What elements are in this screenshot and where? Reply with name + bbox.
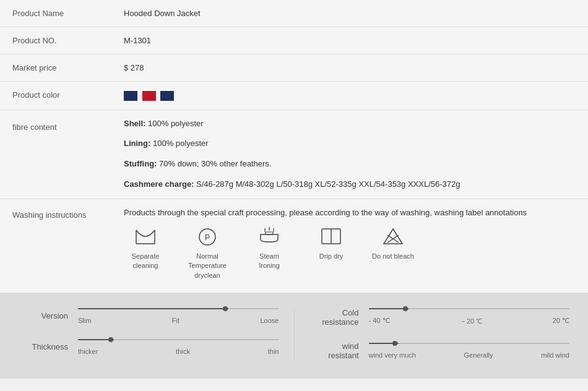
thickness-indicator: [108, 337, 113, 342]
product-name-value: Hooded Down Jacket: [111, 0, 588, 27]
product-no-value: M-1301: [111, 27, 588, 54]
fibre-content-values: Shell: 100% polyester Lining: 100% polye…: [111, 110, 588, 199]
product-table: Product Name Hooded Down Jacket Product …: [0, 0, 588, 293]
version-track-labels: Slim Fit Loose: [78, 317, 279, 324]
normaltemp-label: Normal Temperaturedryclean: [186, 252, 229, 280]
normaltemp-icon: P: [195, 226, 220, 248]
left-sliders: Version Slim Fit Loose Thickness: [19, 308, 279, 360]
fibre-stuffing-bold: Stuffing:: [124, 159, 157, 168]
cold-label-high: 20 ℃: [553, 317, 569, 326]
thickness-label-thick: thick: [176, 348, 190, 355]
separate-icon: [133, 226, 158, 248]
thickness-track: [78, 339, 279, 340]
version-label-slim: Slim: [78, 317, 91, 324]
product-no-label: Product NO.: [0, 27, 111, 54]
color-swatch-navy: [124, 91, 137, 101]
thickness-label-thin: thin: [268, 348, 279, 355]
market-price-value: $ 278: [111, 54, 588, 82]
market-price-label: Market price: [0, 54, 111, 82]
product-name-row: Product Name Hooded Down Jacket: [0, 0, 588, 27]
washing-instructions-content: Products through the special craft proce…: [111, 199, 588, 293]
cold-track-container: - 40 ℃ －20 ℃ 20 ℃: [369, 308, 570, 326]
vertical-divider: [294, 308, 295, 360]
wind-label: wind resistant: [309, 342, 359, 360]
product-color-row: Product color: [0, 82, 588, 110]
product-no-row: Product NO. M-1301: [0, 27, 588, 54]
fibre-cashmere-value: S/46-287g M/48-302g L/50-318g XL/52-335g…: [194, 179, 460, 189]
wind-track: [369, 343, 570, 344]
wind-label-strong: wind very much: [369, 351, 416, 359]
right-sliders: Cold resistance - 40 ℃ －20 ℃ 20 ℃ wind r…: [309, 308, 570, 360]
wind-indicator: [392, 341, 397, 346]
thickness-label-thicker: thicker: [78, 348, 98, 355]
dripdry-icon: [319, 226, 344, 248]
version-label-loose: Loose: [261, 317, 279, 324]
steam-icon: [257, 226, 282, 248]
version-indicator: [223, 306, 228, 311]
svg-text:P: P: [205, 233, 210, 242]
fibre-content-label: fibre content: [0, 110, 111, 199]
wash-separate: Separatecleaning: [124, 226, 167, 271]
fibre-shell-line: Shell: 100% polyester: [124, 118, 576, 131]
wind-label-mild: mild wind: [541, 351, 569, 359]
wash-nobleach: Do not bleach: [371, 226, 415, 261]
version-slider-group: Version Slim Fit Loose: [19, 308, 279, 324]
wind-track-container: wind very much Generally mild wind: [369, 343, 570, 359]
fibre-lining-line: Lining: 100% polyester: [124, 137, 576, 150]
bottom-section: Version Slim Fit Loose Thickness: [0, 293, 588, 379]
version-track: [78, 308, 279, 309]
wash-steam: SteamIroning: [248, 226, 291, 271]
fibre-stuffing-value: 70% down; 30% other feathers.: [157, 159, 271, 168]
wash-dripdry: Drip dry: [309, 226, 353, 261]
steam-label: SteamIroning: [259, 252, 280, 271]
market-price-row: Market price $ 278: [0, 54, 588, 82]
wind-label-mid: Generally: [464, 351, 493, 359]
fibre-shell-value: 100% polyester: [145, 119, 203, 128]
fibre-stuffing-line: Stuffing: 70% down; 30% other feathers.: [124, 158, 576, 171]
cold-track-labels: - 40 ℃ －20 ℃ 20 ℃: [369, 317, 570, 326]
color-swatch-darknavy: [160, 91, 174, 101]
fibre-shell-bold: Shell:: [124, 119, 145, 128]
version-label-fit: Fit: [172, 317, 179, 324]
washing-instructions-label: Washing instructions: [0, 199, 111, 293]
fibre-lining-bold: Lining:: [124, 139, 150, 148]
thickness-track-labels: thicker thick thin: [78, 348, 279, 355]
thickness-label: Thickness: [19, 342, 68, 351]
washing-text: Products through the special craft proce…: [124, 208, 576, 217]
cold-label-low: - 40 ℃: [369, 317, 390, 326]
thickness-track-container: thicker thick thin: [78, 339, 279, 355]
main-container: Product Name Hooded Down Jacket Product …: [0, 0, 588, 391]
cold-label-mid: －20 ℃: [460, 317, 482, 326]
fibre-lining-value: 100% polyester: [150, 139, 208, 148]
cold-track: [369, 308, 570, 309]
nobleach-label: Do not bleach: [372, 252, 414, 261]
washing-icons-row: Separatecleaning P Normal Temperaturedry…: [124, 226, 576, 280]
product-name-label: Product Name: [0, 0, 111, 27]
version-track-container: Slim Fit Loose: [78, 308, 279, 324]
separate-label: Separatecleaning: [132, 252, 160, 271]
fibre-cashmere-line: Cashmere charge: S/46-287g M/48-302g L/5…: [124, 178, 576, 191]
version-label: Version: [19, 311, 68, 320]
product-color-swatches: [111, 82, 588, 110]
version-tick: [78, 308, 228, 309]
washing-instructions-row: Washing instructions Products through th…: [0, 199, 588, 293]
cold-label: Cold resistance: [309, 308, 359, 327]
thickness-slider-group: Thickness thicker thick thin: [19, 339, 279, 355]
cold-indicator: [403, 306, 408, 311]
cold-slider-group: Cold resistance - 40 ℃ －20 ℃ 20 ℃: [309, 308, 570, 327]
nobleach-icon: [381, 226, 405, 248]
dripdry-label: Drip dry: [319, 252, 344, 261]
color-swatch-red: [142, 91, 156, 101]
wind-slider-group: wind resistant wind very much Generally …: [309, 342, 570, 360]
product-color-label: Product color: [0, 82, 111, 110]
fibre-content-row: fibre content Shell: 100% polyester Lini…: [0, 110, 588, 199]
fibre-cashmere-bold: Cashmere charge:: [124, 179, 194, 189]
wind-track-labels: wind very much Generally mild wind: [369, 351, 570, 359]
wash-normaltemp: P Normal Temperaturedryclean: [186, 226, 229, 280]
